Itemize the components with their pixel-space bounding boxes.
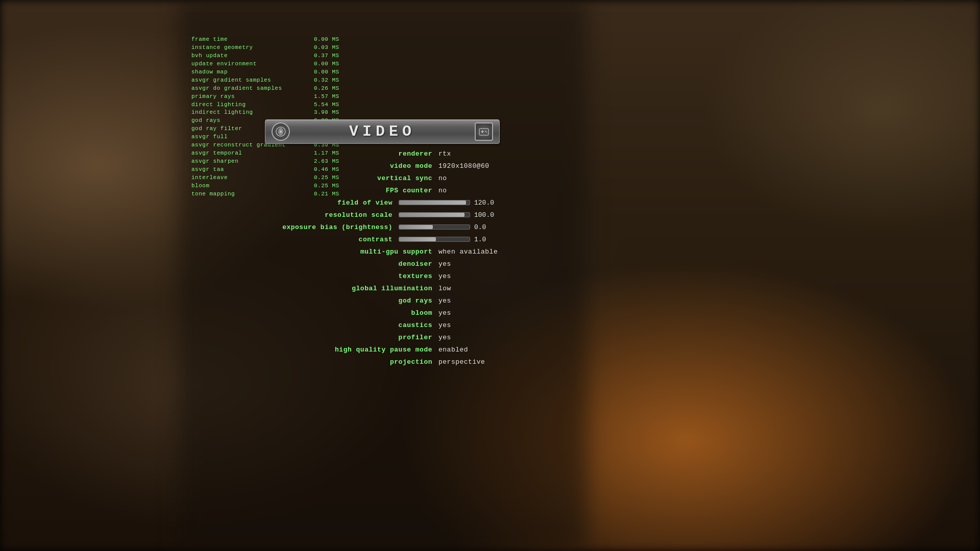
- panel-right-icon[interactable]: [475, 122, 493, 141]
- setting-value-container: 980x551@60: [438, 162, 489, 170]
- setting-label: exposure bias (brightness): [265, 223, 399, 231]
- setting-value-container[interactable]: 0.0: [399, 223, 500, 231]
- setting-row: video mode1920x1080@60: [265, 160, 500, 171]
- slider-value: 120.0: [474, 199, 500, 207]
- setting-value-container: rtx: [438, 150, 451, 158]
- setting-label: multi-gpu support: [265, 248, 438, 256]
- setting-value-container: low: [438, 285, 451, 292]
- setting-value-container: yes: [438, 297, 451, 305]
- setting-value-container: yes: [438, 309, 451, 317]
- perf-value: 3.98 MS: [314, 109, 339, 117]
- perf-value: 5.54 MS: [314, 101, 339, 109]
- setting-value-container: perspective: [438, 358, 485, 366]
- slider-value: 1.0: [474, 236, 500, 243]
- perf-row: instance geometry0.03 MS: [191, 44, 339, 52]
- setting-value-container: yes: [438, 260, 451, 268]
- perf-value: 1.57 MS: [314, 93, 339, 101]
- perf-row: asvgr do gradient samples0.26 MS: [191, 85, 339, 93]
- panel-left-icon[interactable]: [272, 122, 290, 141]
- setting-value-container: enabled: [438, 346, 468, 354]
- svg-point-4: [486, 132, 487, 133]
- panel-header: VIDEO: [265, 119, 500, 144]
- setting-row: high quality pause modeenabled: [265, 344, 500, 355]
- setting-row: field of view120.0: [265, 197, 500, 208]
- slider-value: 100.0: [474, 211, 500, 219]
- slider-fill: [399, 237, 436, 241]
- perf-value: 0.00 MS: [314, 36, 339, 44]
- setting-label: denoiser: [265, 260, 438, 268]
- perf-label: primary rays: [191, 93, 314, 101]
- setting-row: exposure bias (brightness)0.0: [265, 221, 500, 233]
- setting-row: resolution scale100.0: [265, 209, 500, 220]
- setting-label: projection: [265, 358, 438, 366]
- perf-label: asvgr gradient samples: [191, 77, 314, 85]
- perf-label: shadow map: [191, 68, 314, 77]
- setting-label: resolution scale: [265, 211, 399, 219]
- perf-value: 0.00 MS: [314, 68, 339, 77]
- slider-fill: [399, 225, 433, 229]
- slider-fill: [399, 201, 466, 205]
- perf-row: bvh update0.37 MS: [191, 52, 339, 60]
- setting-label: god rays: [265, 297, 438, 305]
- setting-value-container: yes: [438, 272, 451, 280]
- setting-row: global illuminationlow: [265, 283, 500, 294]
- setting-row: causticsyes: [265, 319, 500, 331]
- setting-value-container: yes: [438, 321, 451, 329]
- perf-label: update environment: [191, 60, 314, 68]
- setting-row: contrast1.0: [265, 234, 500, 245]
- setting-value-container: no: [438, 187, 447, 194]
- setting-value-container[interactable]: 120.0: [399, 199, 500, 207]
- perf-label: asvgr do gradient samples: [191, 85, 314, 93]
- perf-row: direct lighting5.54 MS: [191, 101, 339, 109]
- slider-track[interactable]: [399, 212, 470, 217]
- perf-label: instance geometry: [191, 44, 314, 52]
- setting-label: high quality pause mode: [265, 346, 438, 354]
- setting-row: rendererrtx: [265, 148, 500, 159]
- svg-rect-2: [479, 129, 488, 135]
- video-panel: VIDEO rendererrtxvideo mode1920x1080@60v…: [265, 119, 500, 368]
- perf-value: 0.32 MS: [314, 77, 339, 85]
- setting-value-container: no: [438, 174, 447, 182]
- perf-row: shadow map0.00 MS: [191, 68, 339, 77]
- setting-row: texturesyes: [265, 270, 500, 282]
- settings-container: rendererrtxvideo mode1920x1080@60vertica…: [265, 148, 500, 367]
- setting-row: god raysyes: [265, 295, 500, 306]
- setting-label: vertical sync: [265, 174, 438, 182]
- perf-row: frame time0.00 MS: [191, 36, 339, 44]
- perf-row: primary rays1.57 MS: [191, 93, 339, 101]
- perf-label: frame time: [191, 36, 314, 44]
- perf-value: 0.37 MS: [314, 52, 339, 60]
- setting-label: FPS counter: [265, 187, 438, 194]
- panel-title: VIDEO: [349, 123, 415, 140]
- slider-track[interactable]: [399, 224, 470, 230]
- perf-label: bvh update: [191, 52, 314, 60]
- setting-label: contrast: [265, 236, 399, 243]
- setting-value-container[interactable]: 100.0: [399, 211, 500, 219]
- slider-value: 0.0: [474, 223, 500, 231]
- setting-row: multi-gpu supportwhen available: [265, 246, 500, 257]
- setting-value-container: yes: [438, 334, 451, 341]
- setting-row: projectionperspective: [265, 356, 500, 367]
- perf-row: update environment0.00 MS: [191, 60, 339, 68]
- svg-point-1: [280, 131, 282, 133]
- setting-value-container: when available: [438, 248, 498, 256]
- setting-label: profiler: [265, 334, 438, 341]
- setting-label: caustics: [265, 321, 438, 329]
- setting-row: bloomyes: [265, 307, 500, 318]
- perf-row: indirect lighting3.98 MS: [191, 109, 339, 117]
- setting-label: global illumination: [265, 285, 438, 292]
- slider-track[interactable]: [399, 237, 470, 242]
- perf-value: 0.03 MS: [314, 44, 339, 52]
- perf-value: 0.26 MS: [314, 85, 339, 93]
- setting-label: field of view: [265, 199, 399, 207]
- setting-label: video mode: [265, 162, 438, 170]
- setting-label: renderer: [265, 150, 438, 158]
- slider-track[interactable]: [399, 200, 470, 205]
- perf-value: 0.00 MS: [314, 60, 339, 68]
- perf-label: indirect lighting: [191, 109, 314, 117]
- setting-label: bloom: [265, 309, 438, 317]
- setting-value-container[interactable]: 1.0: [399, 236, 500, 243]
- setting-label: textures: [265, 272, 438, 280]
- svg-point-3: [485, 131, 486, 132]
- setting-row: vertical syncno: [265, 172, 500, 184]
